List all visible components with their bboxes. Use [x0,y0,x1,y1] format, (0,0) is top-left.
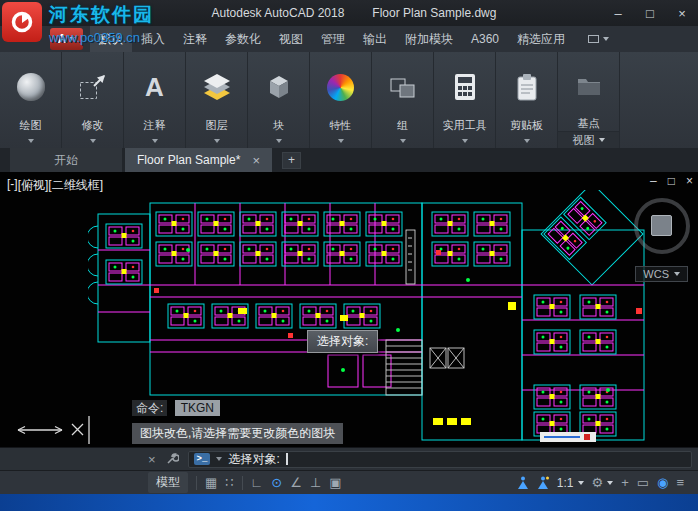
wrench-icon[interactable] [165,452,179,466]
ribbon-panel-annotate[interactable]: A 注释 [124,52,186,148]
document-restore-button[interactable]: □ [668,174,675,188]
workspace-switching-control[interactable]: ⚙ [592,476,614,489]
ribbon-tab-manage[interactable]: 管理 [312,26,354,52]
customization-menu-icon[interactable]: ≡ [676,476,684,489]
block-icon [264,56,294,118]
ribbon-tab-default[interactable]: 默认 [90,26,132,52]
ribbon-tab-bar: A 默认 插入 注释 参数化 视图 管理 输出 附加模块 A360 精选应用 [0,26,698,52]
clipboard-icon [516,56,538,118]
view-panel-footer[interactable]: 视图 [558,131,619,148]
new-tab-button[interactable]: + [282,152,301,169]
chevron-down-icon [152,139,158,143]
command-history-line: 命令: TKGN [132,400,220,417]
object-snap-icon[interactable]: ▣ [329,476,341,489]
file-tab-active[interactable]: Floor Plan Sample* × [125,148,272,172]
ribbon-panel-utilities[interactable]: 实用工具 [434,52,496,148]
ribbon-tab-view[interactable]: 视图 [270,26,312,52]
annotation-visibility-icon[interactable] [517,476,529,489]
command-history-highlight: TKGN [175,400,220,416]
close-button[interactable]: × [666,0,698,26]
isodraft-icon[interactable]: ∠ [290,476,302,489]
panel-label-clipboard: 剪贴板 [510,118,543,133]
drawing-canvas[interactable]: [-] [俯视] [二维线框] – □ × WCS 选择对象: [0,172,698,447]
ribbon: 绘图 修改 A 注释 [0,52,698,148]
calculator-icon [454,56,476,118]
ribbon-tab-output[interactable]: 输出 [354,26,396,52]
isolate-objects-icon[interactable]: ▭ [637,476,649,489]
ribbon-tab-a360[interactable]: A360 [462,26,508,52]
chevron-down-icon [599,138,605,142]
object-snap-tracking-icon[interactable]: ⊥ [310,476,321,489]
ribbon-panel-groups[interactable]: 组 [372,52,434,148]
viewport-controls: [-] [俯视] [二维线框] [7,177,103,194]
panel-label-groups: 组 [397,118,408,133]
viewcube-cube[interactable] [651,215,672,236]
document-minimize-button[interactable]: – [650,174,657,188]
viewport-menu-control[interactable]: [-] [7,177,18,194]
document-close-button[interactable]: × [686,174,693,188]
viewcube[interactable] [634,198,690,254]
commandline-close-icon[interactable]: × [148,452,156,467]
chevron-down-icon [524,139,530,143]
command-line-bar: × >_ 选择对象: [0,447,698,470]
polar-tracking-icon[interactable]: ⊙ [271,476,282,489]
chevron-down-icon [276,139,282,143]
chevron-down-icon [400,139,406,143]
gear-icon: ⚙ [592,476,604,489]
add-icon[interactable]: + [621,476,629,489]
ribbon-panel-properties[interactable]: 特性 [310,52,372,148]
basepoint-icon [576,56,602,116]
annotate-icon: A [145,56,164,118]
ribbon-tab-featured-apps[interactable]: 精选应用 [508,26,574,52]
ribbon-tab-insert[interactable]: 插入 [132,26,174,52]
ribbon-panel-draw[interactable]: 绘图 [0,52,62,148]
wcs-dropdown[interactable]: WCS [635,266,688,282]
status-bar: 模型 ▦ ∷ ∟ ⊙ ∠ ⊥ ▣ 1:1 ⚙ + ▭ ◉ ≡ [0,470,698,494]
chevron-down-icon [578,481,584,485]
chevron-down-icon [214,139,220,143]
file-tab-start[interactable]: 开始 [10,148,122,172]
ribbon-panel-view[interactable]: 基点 视图 [558,52,620,148]
panel-label-draw: 绘图 [20,118,42,133]
maximize-button[interactable]: □ [634,0,666,26]
command-input[interactable]: >_ 选择对象: [188,451,692,468]
title-text: Autodesk AutoCAD 2018 Floor Plan Sample.… [120,6,588,20]
ribbon-tab-addins[interactable]: 附加模块 [396,26,462,52]
wcs-label: WCS [643,268,669,280]
ribbon-panel-layers[interactable]: 图层 [186,52,248,148]
ortho-icon[interactable]: ∟ [251,476,264,489]
grid-icon[interactable]: ▦ [205,476,217,489]
viewport-view-control[interactable]: [俯视] [18,177,49,194]
viewport-visualstyle-control[interactable]: [二维线框] [48,177,103,194]
ribbon-panel-clipboard[interactable]: 剪贴板 [496,52,558,148]
file-tab-bar: 开始 Floor Plan Sample* × + [0,148,698,172]
snap-icon[interactable]: ∷ [225,476,233,489]
ribbon-tab-annotate[interactable]: 注释 [174,26,216,52]
chevron-down-icon [462,139,468,143]
document-title: Floor Plan Sample.dwg [372,6,496,20]
model-tab[interactable]: 模型 [148,472,188,493]
panel-label-basepoint: 基点 [578,116,600,131]
ribbon-panel-block[interactable]: 块 [248,52,310,148]
ribbon-minimize-icon[interactable] [588,26,609,52]
title-bar: Autodesk AutoCAD 2018 Floor Plan Sample.… [0,0,698,26]
view-panel-label: 视图 [573,133,595,148]
panel-label-block: 块 [273,118,284,133]
panel-label-utilities: 实用工具 [443,118,487,133]
annotation-autoscale-icon[interactable] [537,476,549,489]
chevron-down-icon [338,139,344,143]
draw-icon [17,56,45,118]
ribbon-tab-parametric[interactable]: 参数化 [216,26,270,52]
ribbon-panel-modify[interactable]: 修改 [62,52,124,148]
recent-commands-icon[interactable] [216,457,222,461]
annotation-scale-value: 1:1 [557,476,574,490]
minimize-button[interactable]: – [602,0,634,26]
text-caret [286,453,288,465]
graphics-performance-icon[interactable]: ◉ [657,476,668,489]
command-message-line: 图块改色,请选择需要更改颜色的图块 [132,423,343,444]
color-wheel-icon [327,56,354,118]
file-tab-close-icon[interactable]: × [252,153,260,168]
annotation-scale-control[interactable]: 1:1 [557,476,584,490]
application-menu-button[interactable]: A [50,28,83,50]
document-window-controls: – □ × [650,174,693,188]
